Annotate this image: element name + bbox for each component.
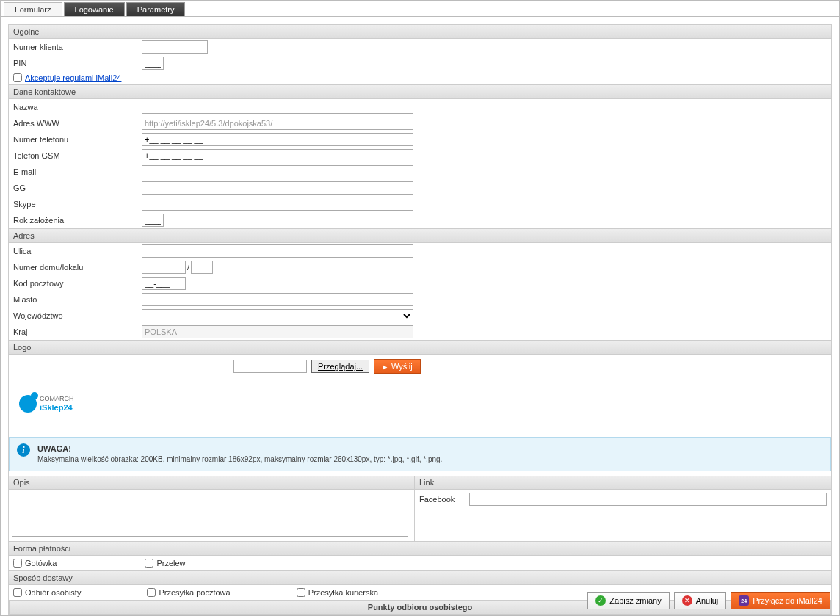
input-numer-telefonu[interactable] bbox=[142, 133, 413, 146]
section-adres: Adres bbox=[9, 228, 831, 243]
input-kod-pocztowy[interactable] bbox=[142, 277, 186, 290]
input-nazwa[interactable] bbox=[142, 101, 413, 114]
input-skype[interactable] bbox=[142, 198, 413, 211]
info-body: Maksymalna wielkość obrazka: 200KB, mini… bbox=[37, 455, 442, 463]
info-icon: i bbox=[17, 443, 30, 457]
input-ulica[interactable] bbox=[142, 244, 413, 258]
save-button-label: Zapisz zmiany bbox=[609, 596, 661, 605]
input-adres-www[interactable] bbox=[142, 117, 413, 130]
label-przesylka-pocztowa: Przesyłka pocztowa bbox=[159, 588, 230, 597]
input-gg[interactable] bbox=[142, 181, 413, 195]
textarea-opis[interactable] bbox=[12, 493, 408, 537]
input-email[interactable] bbox=[142, 165, 413, 178]
checkbox-gotowka[interactable] bbox=[13, 559, 22, 568]
grid-header-row: Kod Nazwa Adres Miasto Województwo Telef… bbox=[9, 615, 831, 615]
label-nazwa: Nazwa bbox=[13, 103, 142, 112]
input-numer-lokalu[interactable] bbox=[191, 261, 213, 274]
section-forma-platnosci: Forma płatności bbox=[9, 541, 831, 556]
info-box: i UWAGA! Maksymalna wielkość obrazka: 20… bbox=[9, 437, 831, 471]
input-numer-klienta[interactable] bbox=[142, 40, 208, 54]
label-gg: GG bbox=[13, 184, 142, 192]
save-button[interactable]: ✓ Zapisz zmiany bbox=[587, 592, 669, 609]
input-file-path[interactable] bbox=[233, 360, 307, 373]
label-telefon-gsm: Telefon GSM bbox=[13, 151, 142, 160]
label-kod-pocztowy: Kod pocztowy bbox=[13, 279, 142, 288]
input-numer-domu[interactable] bbox=[142, 261, 186, 274]
label-skype: Skype bbox=[13, 200, 142, 209]
label-ulica: Ulica bbox=[13, 247, 142, 256]
label-email: E-mail bbox=[13, 167, 142, 176]
label-miasto: Miasto bbox=[13, 295, 142, 304]
connect-imall-button[interactable]: 24 Przyłącz do iMall24 bbox=[731, 592, 830, 609]
tab-logowanie[interactable]: Logowanie bbox=[64, 2, 125, 16]
section-opis: Opis bbox=[9, 476, 414, 490]
label-numer-domu: Numer domu/lokalu bbox=[13, 263, 142, 272]
cancel-button-label: Anuluj bbox=[696, 596, 719, 605]
label-adres-www: Adres WWW bbox=[13, 119, 142, 128]
input-rok-zalozenia[interactable] bbox=[142, 214, 164, 227]
logo-brand-bottom: iSklep24 bbox=[40, 403, 73, 412]
section-link: Link bbox=[415, 476, 831, 490]
label-gotowka: Gotówka bbox=[25, 559, 57, 568]
label-rok-zalozenia: Rok założenia bbox=[13, 216, 142, 225]
send-button-label: Wyślij bbox=[391, 362, 413, 371]
select-wojewodztwo[interactable] bbox=[142, 309, 413, 322]
label-kraj: Kraj bbox=[13, 327, 142, 336]
input-miasto[interactable] bbox=[142, 293, 413, 306]
logo-blob-icon bbox=[19, 395, 37, 413]
section-logo: Logo bbox=[9, 340, 831, 355]
section-sposob-dostawy: Sposób dostawy bbox=[9, 570, 831, 585]
info-title: UWAGA! bbox=[37, 444, 71, 453]
section-ogolne: Ogólne bbox=[9, 25, 831, 39]
cancel-button[interactable]: ✕ Anuluj bbox=[674, 592, 727, 609]
label-pin: PIN bbox=[13, 59, 142, 68]
input-telefon-gsm[interactable] bbox=[142, 149, 413, 162]
slash-separator: / bbox=[186, 263, 191, 272]
checkbox-przesylka-pocztowa[interactable] bbox=[147, 588, 156, 597]
label-facebook: Facebook bbox=[419, 495, 463, 504]
logo-image: COMARCH iSklep24 bbox=[19, 385, 78, 422]
checkbox-przelew[interactable] bbox=[145, 559, 153, 568]
label-odbior-osobisty: Odbiór osobisty bbox=[25, 588, 81, 597]
link-akceptuje-regulamin[interactable]: Akceptuje regulami iMall24 bbox=[25, 73, 121, 82]
check-icon: ✓ bbox=[595, 595, 606, 606]
close-icon: ✕ bbox=[682, 595, 692, 606]
tab-bar: Formularz Logowanie Parametry bbox=[1, 1, 839, 17]
label-przelew: Przelew bbox=[156, 559, 185, 568]
label-numer-klienta: Numer klienta bbox=[13, 43, 142, 51]
input-kraj bbox=[142, 325, 413, 338]
section-dane-kontaktowe: Dane kontaktowe bbox=[9, 84, 831, 99]
input-pin[interactable] bbox=[142, 57, 164, 70]
connect-button-label: Przyłącz do iMall24 bbox=[753, 596, 822, 605]
tab-formularz[interactable]: Formularz bbox=[4, 2, 62, 16]
label-wojewodztwo: Województwo bbox=[13, 311, 142, 320]
tab-parametry[interactable]: Parametry bbox=[126, 2, 186, 16]
checkbox-odbior-osobisty[interactable] bbox=[13, 588, 22, 597]
input-facebook[interactable] bbox=[469, 493, 827, 506]
checkbox-akceptuje[interactable] bbox=[13, 73, 22, 82]
imall24-icon: 24 bbox=[739, 595, 749, 606]
send-button[interactable]: Wyślij bbox=[374, 359, 421, 374]
label-numer-telefonu: Numer telefonu bbox=[13, 135, 142, 144]
send-icon bbox=[382, 362, 388, 371]
logo-brand-top: COMARCH bbox=[40, 396, 74, 403]
checkbox-przesylka-kurierska[interactable] bbox=[297, 588, 305, 597]
browse-button[interactable]: Przeglądaj... bbox=[311, 360, 369, 373]
label-przesylka-kurierska: Przesyłka kurierska bbox=[308, 588, 378, 597]
